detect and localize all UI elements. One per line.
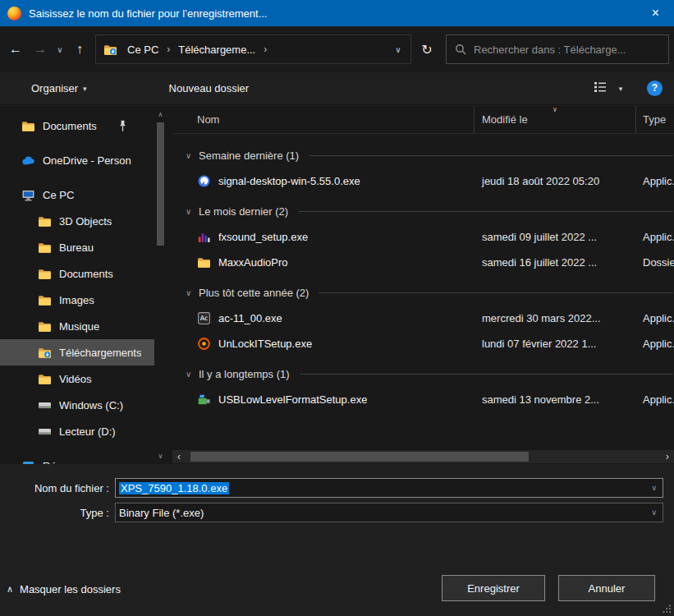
folder-icon	[38, 241, 52, 255]
folder-icon	[38, 267, 52, 281]
file-type: Applic...	[636, 338, 674, 350]
recent-locations-button[interactable]: ∨	[53, 37, 67, 62]
scroll-left-icon[interactable]: ‹	[172, 451, 186, 462]
file-name-cell: fxsound_setup.exe	[172, 230, 475, 244]
forward-icon: →	[34, 42, 47, 56]
file-row[interactable]: Acac-11_00.exemercredi 30 mars 2022...Ap…	[172, 306, 674, 331]
sidebar-item-documents[interactable]: Documents	[0, 113, 154, 139]
column-header-modifie-le[interactable]: ∨ Modifié le	[475, 106, 636, 133]
file-name: UnLockITSetup.exe	[218, 338, 312, 350]
svg-text:Ac: Ac	[200, 315, 209, 322]
scroll-right-icon[interactable]: ›	[661, 451, 674, 462]
sidebar-item-windows-c[interactable]: Windows (C:)	[0, 392, 154, 418]
search-icon	[455, 44, 466, 55]
file-type: Applic...	[636, 175, 674, 187]
resize-grip[interactable]	[662, 604, 672, 614]
refresh-button[interactable]: ↻	[411, 34, 442, 64]
file-row[interactable]: UnLockITSetup.exelundi 07 février 2022 1…	[172, 331, 674, 356]
organiser-button[interactable]: Organiser ▾	[26, 77, 92, 100]
sidebar-item-label: OneDrive - Person	[43, 154, 131, 167]
file-type: Dossie...	[636, 256, 674, 269]
sidebar-item-r-seau[interactable]: Réseau	[0, 453, 154, 464]
scroll-up-icon[interactable]: ∧	[155, 109, 166, 119]
close-icon: ×	[652, 6, 659, 20]
horizontal-scrollbar-thumb[interactable]	[190, 452, 529, 462]
horizontal-scrollbar-track[interactable]	[186, 452, 661, 462]
sidebar-item-t-l-chargements[interactable]: Téléchargements	[0, 339, 154, 365]
address-bar[interactable]: Ce PC › Téléchargeme... › ∨	[95, 34, 411, 64]
folder-icon	[38, 319, 52, 333]
sidebar-item-3d-objects[interactable]: 3D Objects	[0, 208, 154, 234]
group-header[interactable]: ∨Plus tôt cette année (2)	[172, 280, 674, 306]
sidebar-item-label: Windows (C:)	[59, 399, 123, 411]
file-name: MaxxAudioPro	[218, 256, 288, 269]
filetype-select[interactable]: Binary File (*.exe) ∨	[115, 503, 663, 522]
caret-down-icon: ▾	[83, 85, 87, 93]
horizontal-scrollbar[interactable]: ‹ ›	[172, 450, 674, 463]
sidebar-item-bureau[interactable]: Bureau	[0, 234, 154, 260]
view-options-dropdown[interactable]: ▾	[612, 85, 629, 93]
pc-icon	[21, 188, 35, 202]
save-button[interactable]: Enregistrer	[442, 575, 545, 601]
group-header[interactable]: ∨Il y a longtemps (1)	[172, 361, 674, 387]
filename-label: Nom du fichier :	[0, 482, 115, 494]
column-label: Modifié le	[482, 113, 528, 126]
new-folder-button[interactable]: Nouveau dossier	[164, 77, 254, 100]
up-button[interactable]: ↑	[67, 37, 92, 62]
refresh-icon: ↻	[421, 43, 432, 57]
search-input[interactable]	[474, 44, 660, 56]
file-name: USBLowLevelFormatSetup.exe	[218, 393, 367, 406]
group-header[interactable]: ∨Le mois dernier (2)	[172, 199, 674, 224]
file-type: Applic...	[636, 312, 674, 324]
filetype-value: Binary File (*.exe)	[119, 507, 204, 519]
file-modified-date: lundi 07 février 2022 1...	[475, 338, 636, 350]
file-type: Applic...	[636, 231, 674, 243]
hide-folders-button[interactable]: ∧ Masquer les dossiers	[7, 580, 121, 598]
breadcrumb-ce-pc[interactable]: Ce PC	[122, 35, 164, 63]
titlebar: Saisissez le nom du fichier pour l’enreg…	[0, 0, 674, 26]
chevron-down-icon: ∨	[186, 370, 199, 379]
sidebar-item-onedrive-person[interactable]: OneDrive - Person	[0, 147, 154, 173]
sidebar-scrollbar-thumb[interactable]	[157, 122, 164, 246]
group-header[interactable]: ∨Semaine dernière (1)	[172, 143, 674, 168]
file-name-cell: Acac-11_00.exe	[172, 311, 475, 325]
help-button[interactable]: ?	[647, 80, 663, 96]
chevron-down-icon: ∨	[651, 508, 657, 517]
address-dropdown-button[interactable]: ∨	[387, 35, 409, 63]
file-icon-folder	[197, 255, 211, 269]
close-button[interactable]: ×	[637, 0, 674, 26]
file-row[interactable]: MaxxAudioProsamedi 16 juillet 2022 ...Do…	[172, 250, 674, 275]
sidebar-item-musique[interactable]: Musique	[0, 313, 154, 339]
file-row[interactable]: signal-desktop-win-5.55.0.exejeudi 18 ao…	[172, 168, 674, 194]
file-name: fxsound_setup.exe	[218, 231, 308, 243]
forward-button[interactable]: →	[28, 37, 53, 62]
file-row[interactable]: fxsound_setup.exesamedi 09 juillet 2022 …	[172, 224, 674, 250]
column-label: Type	[643, 113, 666, 126]
chevron-down-icon: ∨	[651, 484, 657, 492]
breadcrumb-telechargements[interactable]: Téléchargeme...	[172, 35, 261, 63]
file-icon-fxsound	[197, 230, 211, 244]
file-icon-ac: Ac	[197, 311, 211, 325]
change-view-button[interactable]	[588, 77, 612, 100]
sidebar-item-lecteur-d[interactable]: Lecteur (D:)	[0, 418, 154, 444]
column-header-type[interactable]: Type	[636, 106, 674, 133]
sidebar-item-label: Ce PC	[43, 189, 74, 201]
filetype-label: Type :	[0, 507, 115, 519]
cancel-button[interactable]: Annuler	[558, 575, 655, 601]
sidebar-section: Réseau	[0, 453, 172, 464]
downloads-folder-icon	[103, 43, 117, 57]
column-header-nom[interactable]: Nom	[172, 106, 475, 133]
group-label: Il y a longtemps (1)	[199, 368, 290, 380]
sidebar-item-documents[interactable]: Documents	[0, 260, 154, 287]
navigation-pane: DocumentsOneDrive - PersonCe PC3D Object…	[0, 106, 172, 464]
filename-input[interactable]: XPS_7590_1.18.0.exe ∨	[115, 478, 663, 498]
back-button[interactable]: ←	[3, 37, 28, 62]
file-modified-date: samedi 16 juillet 2022 ...	[475, 256, 636, 269]
file-row[interactable]: USBLowLevelFormatSetup.exesamedi 13 nove…	[172, 387, 674, 412]
sidebar-item-ce-pc[interactable]: Ce PC	[0, 182, 154, 208]
scroll-down-icon[interactable]: ∨	[155, 451, 166, 461]
sidebar-item-vid-os[interactable]: Vidéos	[0, 365, 154, 392]
file-name-cell: UnLockITSetup.exe	[172, 337, 475, 351]
sidebar-scrollbar[interactable]: ∧ ∨	[155, 109, 166, 461]
sidebar-item-images[interactable]: Images	[0, 287, 154, 313]
